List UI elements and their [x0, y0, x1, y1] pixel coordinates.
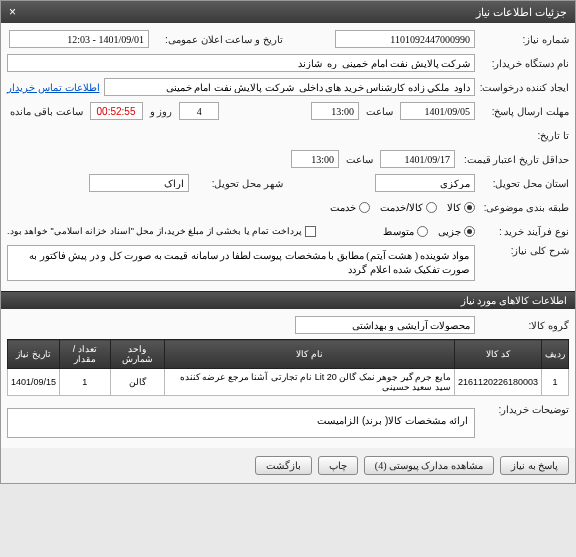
cell-date: 1401/09/15 [8, 369, 60, 396]
deadline-label: مهلت ارسال پاسخ: [479, 106, 569, 117]
cell-name: مایع جرم گیر جوهر نمک گالن Lit 20 نام تج… [165, 369, 455, 396]
announce-field[interactable] [9, 30, 149, 48]
reply-button[interactable]: پاسخ به نیاز [500, 456, 569, 475]
close-icon[interactable]: × [9, 5, 16, 19]
cat-kala-label: کالا [447, 202, 461, 213]
col-row: ردیف [542, 340, 569, 369]
process-group: جزیی متوسط [383, 226, 475, 237]
back-button[interactable]: بازگشت [255, 456, 312, 475]
buyer-org-field[interactable] [7, 54, 475, 72]
cell-row: 1 [542, 369, 569, 396]
saat-label-1: ساعت [363, 106, 396, 117]
city-label: شهر محل تحویل: [193, 178, 283, 189]
countdown-timer: 00:52:55 [90, 102, 143, 120]
proc-motavaset-label: متوسط [383, 226, 414, 237]
announce-label: تاریخ و ساعت اعلان عمومی: [153, 34, 283, 45]
group-field[interactable] [295, 316, 475, 334]
buyer-notes-box: ارائه مشخصات کالا( برند) الزامیست [7, 408, 475, 438]
buyer-org-label: نام دستگاه خریدار: [479, 58, 569, 69]
cat-khadamat-label: کالا/خدمت [380, 202, 423, 213]
col-code: کد کالا [454, 340, 541, 369]
province-label: استان محل تحویل: [479, 178, 569, 189]
province-field[interactable] [375, 174, 475, 192]
creator-field[interactable] [104, 78, 475, 96]
process-label: نوع فرآیند خرید : [479, 226, 569, 237]
days-left-field [179, 102, 219, 120]
items-table: ردیف کد کالا نام کالا واحد شمارش تعداد /… [7, 339, 569, 396]
remaining-label: ساعت باقی مانده [7, 106, 86, 117]
buyer-notes-label: توضیحات خریدار: [479, 404, 569, 415]
attachments-button[interactable]: مشاهده مدارک پیوستی (4) [364, 456, 494, 475]
price-validity-label: حداقل تاریخ اعتبار قیمت: [459, 154, 569, 165]
payment-checkbox[interactable] [305, 226, 316, 237]
deadline-date-field[interactable] [400, 102, 475, 120]
cell-qty: 1 [60, 369, 110, 396]
button-row: پاسخ به نیاز مشاهده مدارک پیوستی (4) چاپ… [1, 448, 575, 483]
proc-jozi-radio[interactable] [464, 226, 475, 237]
proc-motavaset-radio[interactable] [417, 226, 428, 237]
payment-note: پرداخت تمام یا بخشی از مبلغ خرید،از محل … [7, 226, 302, 236]
desc-label: شرح کلی نیاز: [479, 245, 569, 256]
rooz-label: روز و [147, 106, 176, 117]
cell-code: 2161120226180003 [454, 369, 541, 396]
ta-tarikh-label: تا تاریخ: [479, 130, 569, 141]
window-header: جزئیات اطلاعات نیاز × [1, 1, 575, 23]
price-validity-time-field[interactable] [291, 150, 339, 168]
need-number-field[interactable] [335, 30, 475, 48]
col-name: نام کالا [165, 340, 455, 369]
categories-label: طبقه بندی موضوعی: [479, 202, 569, 213]
col-qty: تعداد / مقدار [60, 340, 110, 369]
cat-kala-radio[interactable] [464, 202, 475, 213]
table-row[interactable]: 1 2161120226180003 مایع جرم گیر جوهر نمک… [8, 369, 569, 396]
categories-group: کالا کالا/خدمت خدمت [330, 202, 475, 213]
col-unit: واحد شمارش [110, 340, 165, 369]
deadline-time-field[interactable] [311, 102, 359, 120]
need-number-label: شماره نیاز: [479, 34, 569, 45]
cat-service-label: خدمت [330, 202, 356, 213]
contact-link[interactable]: اطلاعات تماس خریدار [7, 82, 100, 93]
price-validity-date-field[interactable] [380, 150, 455, 168]
saat-label-2: ساعت [343, 154, 376, 165]
cat-service-radio[interactable] [359, 202, 370, 213]
items-section-title: اطلاعات کالاهای مورد نیاز [1, 291, 575, 309]
desc-textarea[interactable]: مواد شوینده ( هشت آیتم) مطابق با مشخصات … [7, 245, 475, 281]
city-field[interactable] [89, 174, 189, 192]
col-date: تاریخ نیاز [8, 340, 60, 369]
group-label: گروه کالا: [479, 320, 569, 331]
cat-khadamat-radio[interactable] [426, 202, 437, 213]
proc-jozi-label: جزیی [438, 226, 461, 237]
cell-unit: گالن [110, 369, 165, 396]
print-button[interactable]: چاپ [318, 456, 358, 475]
window-title: جزئیات اطلاعات نیاز [476, 6, 567, 19]
creator-label: ایجاد کننده درخواست: [479, 82, 569, 93]
